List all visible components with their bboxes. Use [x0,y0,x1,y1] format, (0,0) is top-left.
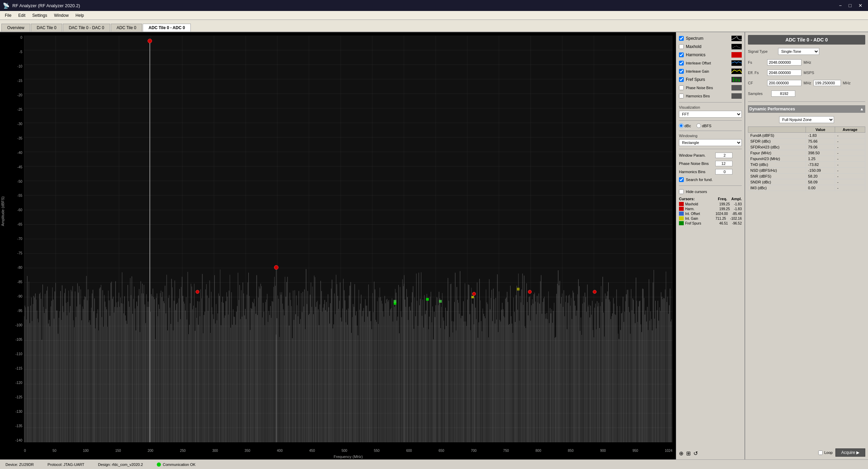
app-icon: 📡 [3,2,10,9]
reset-icon[interactable]: ↺ [693,450,698,457]
perf-row-fspur-h23: FspurxH23 (MHz) 1.25 - [748,156,865,162]
fundamental-marker [148,39,152,43]
harmonics-bins-input[interactable] [715,169,732,175]
device-status: Device: ZU29DR [5,462,34,467]
eff-fs-unit: MSPS [804,71,814,75]
search-fund-checkbox[interactable] [679,177,684,182]
signal-type-select[interactable]: Single-Tone Two-Tone [778,48,819,55]
perf-metric-nsd: NSD (dBFS/Hz) [748,168,806,173]
acquire-button[interactable]: Acquire ▶ [835,448,865,457]
interleave-gain-icon [731,69,742,74]
phase-noise-bins-label: Phase Noise Bins [686,86,713,90]
loop-label: Loop [824,450,832,455]
maxhold-checkbox[interactable] [679,44,684,49]
perf-row-fspur: Fspur (MHz) 398.50 - [748,150,865,156]
spectrum-icon [731,36,742,41]
fs-input[interactable] [767,59,801,65]
perf-avg-sfdr: - [835,139,865,144]
perf-col-average: Average [835,127,865,133]
comm-status-indicator: Communication OK [157,462,196,467]
cf-input2[interactable] [813,80,841,86]
interleave-offset-checkbox[interactable] [679,61,684,65]
loop-label-row[interactable]: Loop [818,450,832,455]
windowing-select[interactable]: Rectangle Hanning Blackman-Harris [679,139,742,146]
cursors-section: Cursors: Freq. Ampl. Maxhold 199.25 -1.8… [679,196,742,226]
window-param-row: Window Param. [679,153,742,158]
eff-fs-input[interactable] [767,70,801,76]
samples-row: Samples [748,91,865,97]
dynamic-performances-expand[interactable]: ▲ [860,107,864,111]
tab-dac-tile0-dac0[interactable]: DAC Tile 0 - DAC 0 [63,24,110,32]
visualization-select[interactable]: FFT Time Domain [679,111,742,118]
dynamic-performances-title: Dynamic Performances [749,107,795,111]
perf-row-nsd: NSD (dBFS/Hz) -150.09 - [748,168,865,173]
windowing-label: Windowing [679,134,742,138]
menu-window[interactable]: Window [50,12,72,19]
dbfs-radio[interactable] [696,123,701,128]
interleave-gain-checkbox[interactable] [679,69,684,74]
chart-container: 0 -5 -10 -15 -20 -25 -30 -35 -40 -45 -50… [0,32,676,459]
nyquist-zone-select[interactable]: Full Nyquist Zone First Nyquist Zone [779,116,834,123]
phase-noise-bins-row: Phase Noise Bins [679,161,742,166]
bottom-icons: ⊕ ⊞ ↺ [679,447,742,457]
harmonics-bins-checkbox[interactable] [679,94,684,98]
hide-cursors-checkbox[interactable] [679,189,684,194]
samples-input[interactable] [771,91,795,97]
perf-metric-thd: THD (dBc) [748,162,806,168]
fref-spurs-checkbox[interactable] [679,77,684,82]
fit-icon[interactable]: ⊞ [686,450,691,457]
zoom-icon[interactable]: ⊕ [679,450,683,457]
svg-rect-863 [738,79,740,82]
signal-type-label: Signal Type [748,49,775,53]
svg-rect-860 [471,296,474,298]
perf-avg-funda: - [835,133,865,139]
perf-metric-sfdr: SFDR (dBc) [748,139,806,144]
perf-value-sfdr-h23: 79.06 [806,144,835,150]
phase-noise-bins-checkbox[interactable] [679,85,684,90]
signal-type-row: Signal Type Single-Tone Two-Tone [748,48,865,55]
harmonics-checkbox[interactable] [679,52,684,57]
svg-rect-861 [733,77,734,82]
maximize-button[interactable]: □ [846,2,854,9]
menu-file[interactable]: File [1,12,15,19]
interleave-offset-label: Interleave Offset [686,61,711,65]
cursor-color-fref-spurs [679,221,684,225]
hide-cursors-label: Hide cursors [686,190,707,194]
spectrum-checkbox[interactable] [679,36,684,41]
interleave-gain-checkbox-row: Interleave Gain [679,68,742,75]
phase-noise-bins-input[interactable] [715,161,732,166]
acquire-section: Loop Acquire ▶ [748,446,865,457]
close-button[interactable]: ✕ [856,2,865,9]
perf-value-im3: 0.00 [806,185,835,191]
visualization-label: Visualization [679,105,742,109]
window-param-input[interactable] [715,153,732,158]
tab-adc-tile0[interactable]: ADC Tile 0 [111,24,142,32]
perf-value-sndr: 58.09 [806,179,835,185]
loop-checkbox[interactable] [818,450,823,455]
menu-settings[interactable]: Settings [29,12,50,19]
search-fund-row: Search for fund. [679,177,742,183]
tab-overview[interactable]: Overview [1,24,30,32]
tab-adc-tile0-adc0[interactable]: ADC Tile 0 - ADC 0 [143,24,191,32]
hide-cursors-row: Hide cursors [679,189,742,195]
int-gain-marker [472,292,476,296]
perf-metric-funda: FundA (dBFS) [748,133,806,139]
spectrum-chart[interactable]: (function() { var svg = document.getElem… [24,36,672,442]
cursor-row-fref-spurs: Fref Spurs 46.51 -96.52 [679,221,742,226]
maxhold-icon [731,44,742,49]
menu-edit[interactable]: Edit [15,12,29,19]
tab-dac-tile0[interactable]: DAC Tile 0 [31,24,62,32]
menu-help[interactable]: Help [72,12,87,19]
perf-avg-nsd: - [835,168,865,173]
cursor-color-int-offset [679,212,684,216]
dbc-radio[interactable] [679,123,683,128]
harmonics-checkbox-row: Harmonics [679,51,742,58]
units-radio-group: dBc dBFS [679,123,742,128]
minimize-button[interactable]: − [836,2,844,9]
harmonics-bins-param-label: Harmonics Bins [679,170,713,174]
perf-row-sfdr: SFDR (dBc) 75.66 - [748,139,865,144]
spur-marker [528,290,531,293]
cursors-label: Cursors: [679,197,695,201]
cf-input1[interactable] [767,80,801,86]
main-layout: 0 -5 -10 -15 -20 -25 -30 -35 -40 -45 -50… [0,32,868,459]
